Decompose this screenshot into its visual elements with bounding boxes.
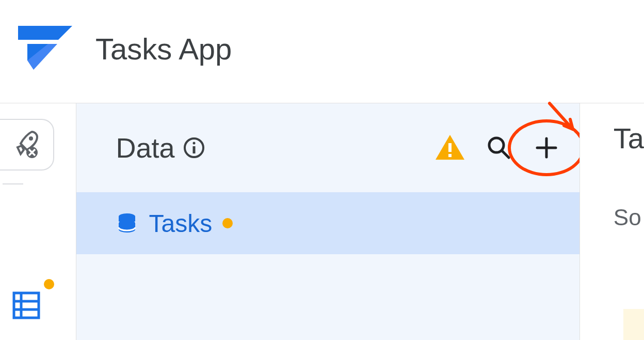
database-icon <box>116 212 138 235</box>
table-name-label: Tasks <box>149 209 212 238</box>
svg-rect-10 <box>448 154 452 157</box>
data-table-item-tasks[interactable]: Tasks <box>76 192 579 254</box>
info-icon[interactable] <box>183 137 205 159</box>
data-panel: Data <box>76 103 579 340</box>
detail-panel: Ta So <box>579 103 644 340</box>
data-section-label: Data <box>116 132 174 164</box>
svg-line-12 <box>502 151 509 158</box>
app-header: Tasks App <box>0 0 644 103</box>
app-title: Tasks App <box>95 32 232 66</box>
detail-title: Ta <box>614 121 644 155</box>
svg-rect-9 <box>448 143 452 152</box>
svg-rect-2 <box>14 293 39 318</box>
svg-point-0 <box>29 136 33 141</box>
data-table-icon <box>12 291 41 320</box>
add-data-button[interactable] <box>535 136 558 159</box>
search-button[interactable] <box>486 135 512 161</box>
nav-divider <box>3 183 23 184</box>
nav-item-deploy[interactable] <box>0 119 54 171</box>
status-dot-icon <box>222 218 233 228</box>
yellow-card-fragment <box>623 309 644 340</box>
data-panel-header: Data <box>76 103 579 192</box>
detail-subtitle: So <box>614 205 644 230</box>
warning-icon[interactable] <box>434 134 465 162</box>
plus-icon <box>535 136 558 159</box>
appsheet-logo-icon <box>18 23 72 74</box>
nav-item-data[interactable] <box>4 283 49 328</box>
content-area: Data <box>0 103 644 340</box>
left-nav-rail <box>0 103 76 340</box>
svg-rect-8 <box>192 146 195 153</box>
svg-point-7 <box>192 142 195 145</box>
search-icon <box>486 135 512 161</box>
rocket-icon <box>11 129 42 160</box>
nav-status-dot-icon <box>44 279 54 289</box>
